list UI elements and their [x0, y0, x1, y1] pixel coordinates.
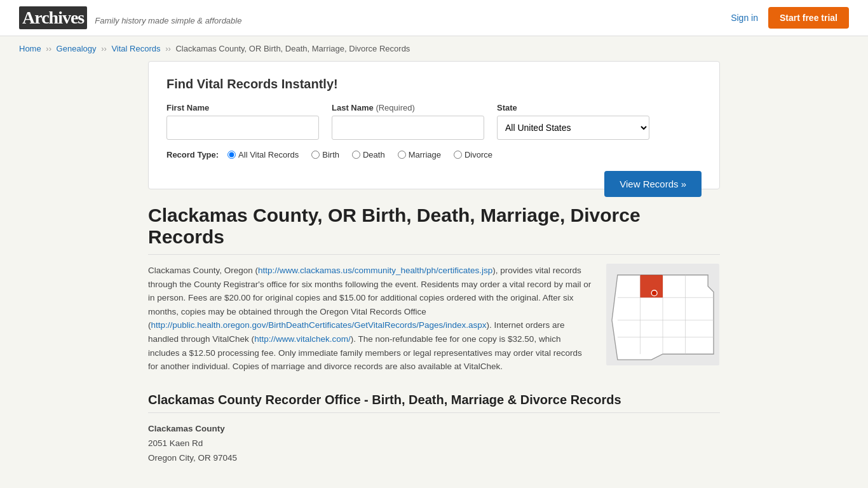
link-vitalchek[interactable]: http://www.vitalchek.com/	[254, 334, 351, 344]
breadcrumb-home[interactable]: Home	[19, 44, 41, 53]
oregon-map-svg	[606, 264, 720, 365]
content-body-text: Clackamas County, Oregon (http://www.cla…	[148, 264, 593, 374]
first-name-label: First Name	[166, 103, 319, 112]
main-content: Find Vital Records Instantly! First Name…	[129, 61, 739, 488]
radio-divorce[interactable]	[454, 151, 462, 159]
record-type-death[interactable]: Death	[352, 150, 385, 159]
record-type-divorce[interactable]: Divorce	[454, 150, 492, 159]
header: Archives Family history made simple & af…	[0, 0, 868, 36]
address-block: Clackamas County 2051 Kaen Rd Oregon Cit…	[148, 422, 720, 466]
address-line2: Oregon City, OR 97045	[148, 451, 720, 466]
first-name-group: First Name	[166, 103, 319, 140]
content-section: Clackamas County, Oregon (http://www.cla…	[148, 264, 720, 374]
last-name-group: Last Name (Required)	[332, 103, 484, 140]
breadcrumb-current: Clackamas County, OR Birth, Death, Marri…	[175, 44, 410, 53]
view-records-button[interactable]: View Records »	[604, 171, 702, 197]
record-type-label: Record Type:	[166, 150, 219, 159]
breadcrumb-sep2: ››	[101, 44, 107, 53]
radio-all[interactable]	[227, 151, 236, 159]
breadcrumb-sep3: ››	[165, 44, 171, 53]
archives-logo: Archives	[19, 6, 87, 29]
record-type-row: Record Type: All Vital Records Birth Dea…	[166, 150, 702, 159]
last-name-input[interactable]	[332, 116, 484, 140]
body-paragraph: Clackamas County, Oregon (http://www.cla…	[148, 264, 593, 374]
link-clackamas[interactable]: http://www.clackamas.us/community_health…	[258, 266, 492, 275]
radio-death[interactable]	[352, 151, 360, 159]
page-title: Clackamas County, OR Birth, Death, Marri…	[148, 205, 720, 255]
state-select[interactable]: All United StatesAlabamaAlaskaArizonaArk…	[497, 116, 649, 140]
record-type-marriage[interactable]: Marriage	[398, 150, 441, 159]
record-type-birth[interactable]: Birth	[311, 150, 339, 159]
signin-link[interactable]: Sign in	[731, 13, 758, 23]
search-card: Find Vital Records Instantly! First Name…	[148, 61, 720, 189]
breadcrumb-sep1: ››	[46, 44, 51, 53]
tagline: Family history made simple & affordable	[95, 16, 241, 25]
breadcrumb-vital-records[interactable]: Vital Records	[111, 44, 160, 53]
breadcrumb: Home ›› Genealogy ›› Vital Records ›› Cl…	[0, 36, 868, 61]
header-left: Archives Family history made simple & af…	[19, 6, 241, 29]
form-row-names: First Name Last Name (Required) State Al…	[166, 103, 702, 140]
map-container	[606, 264, 720, 374]
header-right: Sign in Start free trial	[731, 7, 849, 29]
radio-birth[interactable]	[311, 151, 320, 159]
last-name-label: Last Name (Required)	[332, 103, 484, 112]
free-trial-button[interactable]: Start free trial	[768, 7, 849, 29]
address-line1: 2051 Kaen Rd	[148, 437, 720, 451]
state-label: State	[497, 103, 649, 112]
sub-heading: Clackamas County Recorder Office - Birth…	[148, 393, 720, 413]
state-group: State All United StatesAlabamaAlaskaAriz…	[497, 103, 649, 140]
record-type-all[interactable]: All Vital Records	[227, 150, 299, 159]
first-name-input[interactable]	[166, 116, 319, 140]
office-name: Clackamas County	[148, 424, 225, 433]
required-indicator: (Required)	[376, 103, 414, 112]
search-title: Find Vital Records Instantly!	[166, 77, 702, 92]
breadcrumb-genealogy[interactable]: Genealogy	[57, 44, 97, 53]
svg-point-9	[651, 290, 657, 296]
radio-marriage[interactable]	[398, 151, 406, 159]
link-oregon-vital[interactable]: http://public.health.oregon.gov/BirthDea…	[151, 320, 487, 330]
